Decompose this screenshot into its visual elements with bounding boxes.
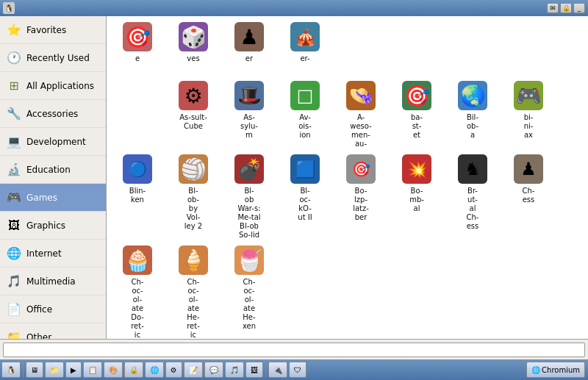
titlebar-btn-1[interactable]: ✉ [547,3,559,13]
taskbar-term-btn[interactable]: ▶ [65,362,82,378]
sidebar-item-graphics[interactable]: 🖼 Graphics [0,212,106,240]
security-icon: 🛡 [294,366,301,374]
favorites-icon: ⭐ [6,22,22,38]
list-item[interactable]: ♟ Ch-ess [501,151,556,210]
sidebar-item-internet[interactable]: 🌐 Internet [0,240,106,268]
taskbar-chromium-btn[interactable]: 🌐 Chromium [526,362,585,378]
lock-icon: 🔒 [129,366,138,374]
app-label: Blin-ken [129,187,146,204]
titlebar-left: 🐧 [3,2,15,14]
list-item[interactable]: 🎩 As-sylu-m [221,78,277,143]
search-input[interactable] [3,343,585,357]
list-item[interactable]: 🔵 Blin-ken [110,151,165,210]
app-icon: ♟ [514,154,543,184]
app-icon: ♟ [234,22,264,51]
app-label: er- [300,54,309,63]
app-icon: 🧁 [123,245,152,275]
app-icon: 🎪 [290,22,320,51]
sidebar-item-accessories[interactable]: 🔧 Accessories [0,100,106,128]
list-item[interactable]: □ Av-ois-ion [277,78,333,143]
education-icon: 🔬 [6,162,22,178]
list-item[interactable]: 🧁 Ch-oc-ol-ateDo-ret-ic [110,243,165,339]
sidebar-item-recently-used[interactable]: 🕐 Recently Used [0,44,106,72]
search-bar [0,339,588,359]
app-label: Br-ut-alCh-ess [467,187,479,231]
taskbar-task-btn[interactable]: 📝 [184,362,203,378]
app-icon: □ [290,81,320,110]
taskbar-chat-btn[interactable]: 💬 [204,362,223,378]
list-item[interactable]: 🎯 ba-st-et [389,78,445,143]
other-icon: 📁 [6,329,22,340]
sidebar-item-favorites[interactable]: ⭐ Favorites [0,16,106,44]
list-item[interactable]: ⚙️ As-sult-Cube [165,78,221,137]
list-item[interactable]: 🎯 e [110,19,165,78]
sidebar-item-development[interactable]: 💻 Development [0,128,106,156]
app-label: Ch-oc-ol-ateDo-ret-ic [131,278,144,339]
terminal-icon: ▶ [71,366,76,374]
taskbar-music-btn[interactable]: 🎵 [225,362,244,378]
titlebar-controls: ✉ 🔒 _ [547,3,585,13]
multimedia-icon: 🎵 [6,273,22,290]
sidebar-item-office[interactable]: 📄 Office [0,295,106,323]
penguin-icon: 🐧 [7,366,15,374]
app-icon: 🎯 [123,22,152,51]
taskbar-settings-btn[interactable]: ⚙️ [165,362,182,378]
taskbar-sep-2 [265,362,266,377]
sidebar-item-multimedia[interactable]: 🎵 Multimedia [0,268,106,295]
app-icon: 🍧 [234,245,264,275]
music-icon: 🎵 [230,366,239,374]
sidebar-item-education[interactable]: 🔬 Education [0,156,106,184]
image-icon: 🖼 [251,366,258,374]
list-item[interactable]: 🌏 Bil-ob-a [445,78,501,143]
sidebar-label-all-applications: All Applications [26,81,94,91]
list-item[interactable]: 🎮 bi-ni-ax [501,78,556,143]
list-item[interactable]: 🎯 Bo-lzp-latz-ber [333,151,389,225]
list-item[interactable]: 🍧 Ch-oc-ol-ateHe-xen [221,243,277,334]
start-button[interactable]: 🐧 [1,362,21,378]
list-item[interactable]: 🎪 er- [277,19,333,78]
app-label: Bl-ob-byVol-ley 2 [184,187,202,231]
taskbar-paint-btn[interactable]: 🎨 [104,362,123,378]
app-label: ves [187,54,199,63]
app-label: er [245,54,253,63]
list-item[interactable]: 💥 Bo-mb-al [389,151,445,216]
recently-used-icon: 🕐 [6,50,22,66]
app-icon: 🎯 [402,81,431,110]
app-icon: 🟦 [290,154,320,184]
app-label: ba-st-et [411,113,423,140]
internet-icon: 🌐 [6,245,22,262]
list-item[interactable]: 👒 A-weso-men-au- [333,78,389,151]
titlebar: 🐧 ✉ 🔒 _ [0,0,588,16]
sidebar-item-games[interactable]: 🎮 Games [0,184,106,212]
app-label: Ch-oc-ol-ateHe-xen [243,278,256,331]
list-item[interactable]: ♞ Br-ut-alCh-ess [445,151,501,234]
taskbar-lock-btn[interactable]: 🔒 [124,362,143,378]
list-item[interactable]: 🏐 Bl-ob-byVol-ley 2 [165,151,221,234]
sidebar-item-all-applications[interactable]: ⊞ All Applications [0,72,106,100]
settings-icon: ⚙️ [171,366,177,374]
chromium-label: Chromium [542,366,580,374]
paint-icon: 🎨 [109,366,118,374]
sidebar-item-other[interactable]: 📁 Other [0,323,106,339]
taskbar-files-btn[interactable]: 📁 [45,362,64,378]
list-item[interactable]: ♟ er [221,19,277,78]
taskbar-web-btn[interactable]: 🌐 [145,362,164,378]
accessories-icon: 🔧 [6,106,22,122]
titlebar-minimize[interactable]: _ [573,3,585,13]
list-item[interactable]: 🎲 ves [165,19,221,78]
app-icon: 🎯 [346,154,376,184]
clipboard-icon: 📋 [88,366,97,374]
taskbar-security-btn[interactable]: 🛡 [289,362,306,378]
list-item[interactable]: 💣 Bl-obWar-s:Me-talBl-obSo-lid [221,151,277,243]
list-item[interactable]: 🍦 Ch-oc-ol-ateHe-ret-ic [165,243,221,339]
taskbar-plugin-btn[interactable]: 🔌 [268,362,287,378]
list-item[interactable]: 🟦 Bl-oc-kO-ut II [277,151,333,225]
taskbar-img-btn[interactable]: 🖼 [245,362,263,378]
development-icon: 💻 [6,134,22,150]
app-icon: ⚙️ [179,81,208,110]
app-icon: ♞ [458,154,487,184]
titlebar-btn-2[interactable]: 🔒 [560,3,572,13]
chat-icon: 💬 [209,366,218,374]
taskbar-clipboard-btn[interactable]: 📋 [83,362,102,378]
taskbar-desktop-btn[interactable]: 🖥 [26,362,43,378]
